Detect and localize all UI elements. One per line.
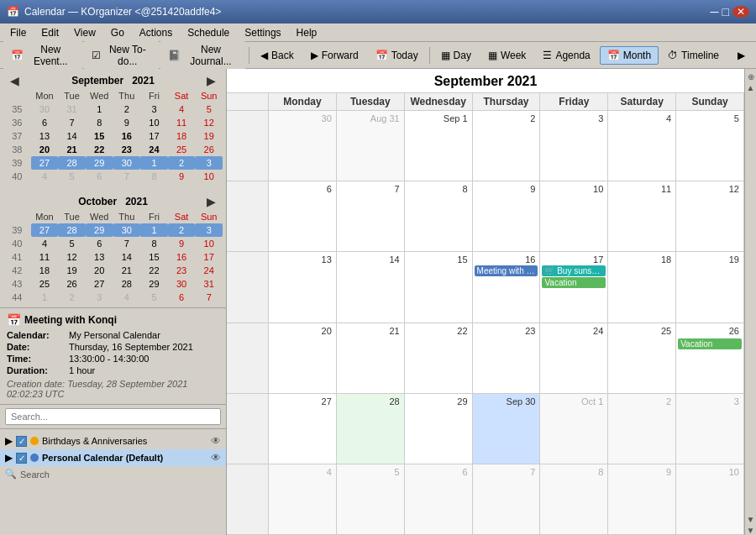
cal-day-26[interactable]: 26 Vacation xyxy=(676,323,744,393)
cal-day-6[interactable]: 6 xyxy=(269,181,337,251)
mini-day[interactable]: 17 xyxy=(195,250,223,264)
new-todo-button[interactable]: ☑ New To-do... xyxy=(84,40,159,71)
cal-day-17[interactable]: 17 🛒 Buy sunscreen Vacation xyxy=(540,252,608,322)
buy-sunscreen-event[interactable]: 🛒 Buy sunscreen xyxy=(542,265,606,276)
mini-day[interactable]: 18 xyxy=(168,129,196,143)
mini-day[interactable]: 30 xyxy=(168,277,196,291)
cal-personal-eye[interactable]: 👁 xyxy=(211,452,221,464)
mini-day[interactable]: 30 xyxy=(113,223,141,237)
mini-day[interactable]: 11 xyxy=(168,116,196,129)
cal-day-21[interactable]: 21 xyxy=(337,323,405,393)
mini-day[interactable]: 26 xyxy=(195,143,223,156)
cal-day-oct5[interactable]: 5 xyxy=(337,464,405,534)
menu-edit[interactable]: Edit xyxy=(34,25,66,40)
mini-day[interactable]: 5 xyxy=(58,237,86,250)
cal-day-sep3[interactable]: 3 xyxy=(540,111,608,181)
mini-day[interactable]: 3 xyxy=(195,156,223,170)
scroll-bottom-icon[interactable]: ▼ xyxy=(747,526,755,535)
mini-day[interactable]: 6 xyxy=(168,291,196,304)
scroll-top-icon[interactable]: ⊕ xyxy=(748,72,754,81)
cal-day-22[interactable]: 22 xyxy=(405,323,473,393)
mini-day[interactable]: 1 xyxy=(31,291,59,304)
mini-day[interactable]: 31 xyxy=(58,102,86,116)
close-icon[interactable]: ✕ xyxy=(732,6,749,18)
mini-day[interactable]: 9 xyxy=(168,170,196,183)
cal-day-aug31[interactable]: Aug 31 xyxy=(337,111,405,181)
mini-day[interactable]: 5 xyxy=(195,102,223,116)
cal-day-19[interactable]: 19 xyxy=(676,252,744,322)
back-button[interactable]: ◀ Back xyxy=(253,46,302,65)
cal-day-18[interactable]: 18 xyxy=(608,252,676,322)
mini-day[interactable]: 12 xyxy=(195,116,223,129)
mini-cal-oct-next[interactable]: ▶ xyxy=(203,195,219,208)
cal-day-11[interactable]: 11 xyxy=(608,181,676,251)
cal-day-aug30[interactable]: 30 xyxy=(269,111,337,181)
mini-day[interactable]: 10 xyxy=(195,237,223,250)
mini-day[interactable]: 6 xyxy=(86,237,113,250)
cal-day-sep4[interactable]: 4 xyxy=(608,111,676,181)
mini-day[interactable]: 10 xyxy=(195,170,223,183)
more-button[interactable]: ▶ xyxy=(730,46,753,65)
vacation-event-17[interactable]: Vacation xyxy=(542,277,606,288)
month-button[interactable]: 📅 Month xyxy=(600,46,659,65)
mini-day[interactable]: 22 xyxy=(140,264,168,277)
cal-day-9[interactable]: 9 xyxy=(473,181,541,251)
mini-day[interactable]: 29 xyxy=(86,156,113,170)
mini-day[interactable]: 7 xyxy=(58,116,86,129)
cal-day-27[interactable]: 27 xyxy=(269,394,337,464)
forward-button[interactable]: ▶ Forward xyxy=(303,46,366,65)
mini-day[interactable]: 31 xyxy=(195,277,223,291)
mini-day[interactable]: 4 xyxy=(31,170,59,183)
mini-day[interactable]: 2 xyxy=(58,291,86,304)
mini-day[interactable]: 10 xyxy=(140,116,168,129)
mini-day[interactable]: 29 xyxy=(140,277,168,291)
mini-day[interactable]: 28 xyxy=(58,156,86,170)
cal-day-20[interactable]: 20 xyxy=(269,323,337,393)
cal-day-16[interactable]: 16 Meeting with Ko... xyxy=(473,252,541,322)
cal-day-oct4[interactable]: 4 xyxy=(269,464,337,534)
mini-day[interactable]: 20 xyxy=(86,264,113,277)
timeline-button[interactable]: ⏱ Timeline xyxy=(660,46,727,65)
mini-day[interactable]: 4 xyxy=(31,237,59,250)
mini-day[interactable]: 12 xyxy=(58,250,86,264)
menu-view[interactable]: View xyxy=(67,25,102,40)
mini-day[interactable]: 30 xyxy=(113,156,141,170)
cal-day-sep1[interactable]: Sep 1 xyxy=(405,111,473,181)
cal-day-13[interactable]: 13 xyxy=(269,252,337,322)
cal-day-15[interactable]: 15 xyxy=(405,252,473,322)
menu-settings[interactable]: Settings xyxy=(238,25,287,40)
mini-day[interactable]: 2 xyxy=(168,223,196,237)
cal-day-oct2[interactable]: 2 xyxy=(608,394,676,464)
menu-schedule[interactable]: Schedule xyxy=(181,25,236,40)
new-journal-button[interactable]: 📓 New Journal... xyxy=(160,40,245,71)
mini-day[interactable]: 1 xyxy=(86,102,113,116)
cal-day-12[interactable]: 12 xyxy=(676,181,744,251)
mini-day[interactable]: 14 xyxy=(113,250,141,264)
menu-help[interactable]: Help xyxy=(290,25,324,40)
cal-day-oct8[interactable]: 8 xyxy=(540,464,608,534)
mini-day[interactable]: 2 xyxy=(113,102,141,116)
cal-day-oct7[interactable]: 7 xyxy=(473,464,541,534)
menu-go[interactable]: Go xyxy=(104,25,131,40)
new-event-button[interactable]: 📅 New Event... xyxy=(3,40,82,71)
mini-day[interactable]: 13 xyxy=(86,250,113,264)
mini-day[interactable]: 15 xyxy=(140,250,168,264)
cal-day-sep2[interactable]: 2 xyxy=(473,111,541,181)
mini-day[interactable]: 3 xyxy=(86,291,113,304)
meeting-konqi-event[interactable]: Meeting with Ko... xyxy=(475,265,538,276)
cal-birthdays-checkbox[interactable]: ✓ xyxy=(16,436,27,447)
mini-day[interactable]: 17 xyxy=(140,129,168,143)
cal-day-14[interactable]: 14 xyxy=(337,252,405,322)
calendar-item-personal[interactable]: ▶ ✓ Personal Calendar (Default) 👁 xyxy=(0,449,226,466)
mini-day[interactable]: 16 xyxy=(168,250,196,264)
mini-day[interactable]: 9 xyxy=(113,116,141,129)
cal-day-10[interactable]: 10 xyxy=(540,181,608,251)
mini-day[interactable]: 27 xyxy=(31,156,59,170)
cal-day-oct1[interactable]: Oct 1 xyxy=(540,394,608,464)
mini-day[interactable]: 19 xyxy=(58,264,86,277)
cal-day-oct9[interactable]: 9 xyxy=(608,464,676,534)
mini-day[interactable]: 29 xyxy=(86,223,113,237)
cal-day-sep5[interactable]: 5 xyxy=(676,111,744,181)
mini-day[interactable]: 19 xyxy=(195,129,223,143)
mini-day[interactable]: 8 xyxy=(86,116,113,129)
